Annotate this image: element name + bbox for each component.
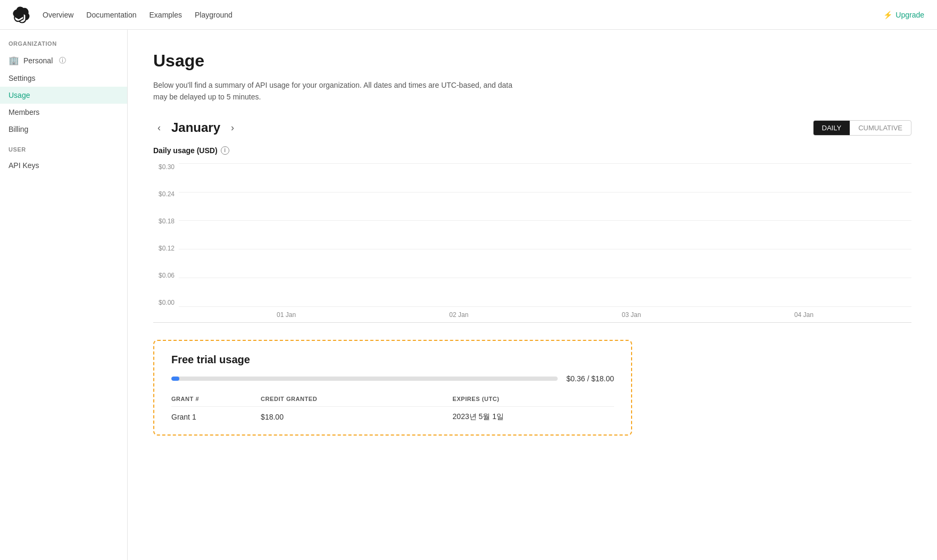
layout: ORGANIZATION 🏢 Personal ⓘ Settings Usage… xyxy=(0,30,937,560)
chart-area xyxy=(179,163,911,306)
nav-documentation[interactable]: Documentation xyxy=(86,11,136,19)
grid-line-5 xyxy=(179,306,911,307)
chart-section: ‹ January › DAILY CUMULATIVE Daily usage… xyxy=(153,120,911,323)
free-trial-box: Free trial usage $0.36 / $18.00 GRANT # … xyxy=(153,340,632,436)
progress-row: $0.36 / $18.00 xyxy=(171,374,614,383)
info-icon: ⓘ xyxy=(59,56,66,65)
month-nav: ‹ January › xyxy=(153,120,238,136)
daily-view-button[interactable]: DAILY xyxy=(814,121,850,135)
y-label-1: $0.24 xyxy=(153,190,179,198)
grant-table: GRANT # CREDIT GRANTED EXPIRES (UTC) Gra… xyxy=(171,394,614,422)
chart-header: ‹ January › DAILY CUMULATIVE xyxy=(153,120,911,136)
sidebar: ORGANIZATION 🏢 Personal ⓘ Settings Usage… xyxy=(0,30,128,560)
nav-overview[interactable]: Overview xyxy=(43,11,73,19)
upgrade-button[interactable]: ⚡ Upgrade xyxy=(883,11,924,19)
x-labels: 01 Jan 02 Jan 03 Jan 04 Jan xyxy=(179,307,911,322)
x-label-3: 04 Jan xyxy=(718,311,890,319)
nav-playground[interactable]: Playground xyxy=(195,11,233,19)
y-label-4: $0.06 xyxy=(153,272,179,279)
x-label-2: 03 Jan xyxy=(545,311,718,319)
next-month-button[interactable]: › xyxy=(227,120,238,136)
sidebar-personal[interactable]: 🏢 Personal ⓘ xyxy=(0,51,127,70)
view-toggle: DAILY CUMULATIVE xyxy=(813,120,911,136)
sidebar-item-members[interactable]: Members xyxy=(0,104,127,121)
expires-col-header: EXPIRES (UTC) xyxy=(436,394,614,407)
sidebar-divider xyxy=(0,138,127,146)
org-section-label: ORGANIZATION xyxy=(0,40,127,51)
progress-bar-fill xyxy=(171,377,179,381)
sidebar-item-usage[interactable]: Usage xyxy=(0,87,127,104)
progress-label: $0.36 / $18.00 xyxy=(566,374,614,383)
bar-chart: $0.30 $0.24 $0.18 $0.12 $0.06 $0.00 xyxy=(153,163,911,323)
sidebar-item-api-keys[interactable]: API Keys xyxy=(0,157,127,174)
credit-cell: $18.00 xyxy=(244,406,435,422)
nav-links: Overview Documentation Examples Playgrou… xyxy=(43,11,883,19)
y-label-2: $0.18 xyxy=(153,218,179,225)
month-label: January xyxy=(171,120,220,135)
logo-icon xyxy=(13,6,30,23)
cumulative-view-button[interactable]: CUMULATIVE xyxy=(850,121,911,135)
y-label-0: $0.30 xyxy=(153,163,179,171)
x-label-1: 02 Jan xyxy=(372,311,545,319)
top-nav: Overview Documentation Examples Playgrou… xyxy=(0,0,937,30)
briefcase-icon: 🏢 xyxy=(9,55,19,65)
chart-title: Daily usage (USD) i xyxy=(153,146,911,155)
prev-month-button[interactable]: ‹ xyxy=(153,120,165,136)
user-section-label: USER xyxy=(0,146,127,157)
y-label-5: $0.00 xyxy=(153,299,179,306)
sidebar-item-billing[interactable]: Billing xyxy=(0,121,127,138)
credit-col-header: CREDIT GRANTED xyxy=(244,394,435,407)
grant-cell: Grant 1 xyxy=(171,406,244,422)
y-label-3: $0.12 xyxy=(153,245,179,252)
bolt-icon: ⚡ xyxy=(883,11,892,19)
page-title: Usage xyxy=(153,51,911,71)
expires-cell: 2023년 5월 1일 xyxy=(436,406,614,422)
grant-col-header: GRANT # xyxy=(171,394,244,407)
free-trial-title: Free trial usage xyxy=(171,354,614,366)
progress-bar-track xyxy=(171,377,558,381)
table-row: Grant 1 $18.00 2023년 5월 1일 xyxy=(171,406,614,422)
page-description: Below you'll find a summary of API usage… xyxy=(153,79,526,103)
y-axis-labels: $0.30 $0.24 $0.18 $0.12 $0.06 $0.00 xyxy=(153,163,179,306)
sidebar-item-settings[interactable]: Settings xyxy=(0,70,127,87)
x-label-0: 01 Jan xyxy=(200,311,372,319)
bars-row xyxy=(179,163,911,306)
main-content: Usage Below you'll find a summary of API… xyxy=(128,30,937,560)
chart-info-icon[interactable]: i xyxy=(221,146,229,155)
nav-examples[interactable]: Examples xyxy=(150,11,182,19)
